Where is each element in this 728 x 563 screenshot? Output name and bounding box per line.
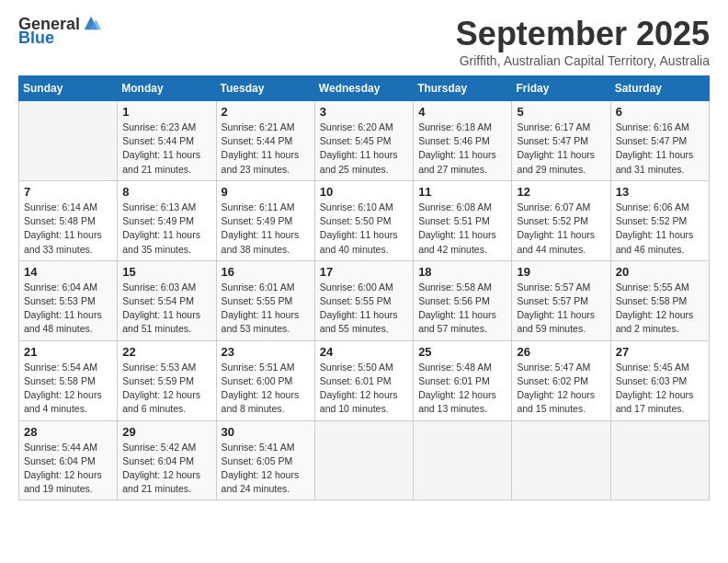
- calendar-cell: 1Sunrise: 6:23 AMSunset: 5:44 PMDaylight…: [118, 101, 216, 181]
- day-info: Sunrise: 5:51 AMSunset: 6:00 PMDaylight:…: [222, 361, 310, 417]
- calendar-week-row: 1Sunrise: 6:23 AMSunset: 5:44 PMDaylight…: [19, 101, 710, 181]
- calendar-cell: 7Sunrise: 6:14 AMSunset: 5:48 PMDaylight…: [19, 180, 118, 260]
- day-info: Sunrise: 6:10 AMSunset: 5:50 PMDaylight:…: [320, 201, 408, 257]
- day-info: Sunrise: 5:54 AMSunset: 5:58 PMDaylight:…: [24, 361, 112, 417]
- calendar-day-header: Wednesday: [314, 76, 413, 101]
- calendar-week-row: 14Sunrise: 6:04 AMSunset: 5:53 PMDayligh…: [19, 260, 710, 340]
- day-number: 16: [222, 265, 310, 279]
- day-number: 17: [320, 265, 408, 279]
- calendar-cell: 21Sunrise: 5:54 AMSunset: 5:58 PMDayligh…: [19, 340, 118, 420]
- day-number: 1: [122, 105, 210, 119]
- day-info: Sunrise: 6:00 AMSunset: 5:55 PMDaylight:…: [320, 281, 408, 337]
- calendar-cell: 9Sunrise: 6:11 AMSunset: 5:49 PMDaylight…: [216, 180, 314, 260]
- day-info: Sunrise: 5:48 AMSunset: 6:01 PMDaylight:…: [418, 361, 506, 417]
- day-number: 28: [24, 425, 112, 439]
- day-number: 13: [616, 185, 704, 199]
- day-number: 12: [517, 185, 605, 199]
- day-info: Sunrise: 6:06 AMSunset: 5:52 PMDaylight:…: [616, 201, 704, 257]
- day-info: Sunrise: 6:21 AMSunset: 5:44 PMDaylight:…: [222, 121, 310, 177]
- day-number: 27: [616, 345, 704, 359]
- calendar-cell: 14Sunrise: 6:04 AMSunset: 5:53 PMDayligh…: [19, 260, 118, 340]
- day-number: 8: [122, 185, 210, 199]
- day-info: Sunrise: 6:16 AMSunset: 5:47 PMDaylight:…: [616, 121, 704, 177]
- calendar-header-row: SundayMondayTuesdayWednesdayThursdayFrid…: [19, 76, 710, 101]
- day-info: Sunrise: 6:18 AMSunset: 5:46 PMDaylight:…: [418, 121, 506, 177]
- day-info: Sunrise: 5:57 AMSunset: 5:57 PMDaylight:…: [517, 281, 605, 337]
- calendar-cell: 2Sunrise: 6:21 AMSunset: 5:44 PMDaylight…: [216, 101, 314, 181]
- day-number: 9: [222, 185, 310, 199]
- calendar-cell: 16Sunrise: 6:01 AMSunset: 5:55 PMDayligh…: [216, 260, 314, 340]
- day-info: Sunrise: 6:11 AMSunset: 5:49 PMDaylight:…: [222, 201, 310, 257]
- calendar-cell: 29Sunrise: 5:42 AMSunset: 6:04 PMDayligh…: [118, 420, 216, 500]
- day-number: 30: [222, 425, 310, 439]
- calendar-cell: 15Sunrise: 6:03 AMSunset: 5:54 PMDayligh…: [118, 260, 216, 340]
- calendar-cell: 12Sunrise: 6:07 AMSunset: 5:52 PMDayligh…: [512, 180, 610, 260]
- day-number: 24: [320, 345, 408, 359]
- day-number: 25: [418, 345, 506, 359]
- day-number: 11: [418, 185, 506, 199]
- day-info: Sunrise: 6:01 AMSunset: 5:55 PMDaylight:…: [222, 281, 310, 337]
- calendar-week-row: 7Sunrise: 6:14 AMSunset: 5:48 PMDaylight…: [19, 180, 710, 260]
- calendar-day-header: Saturday: [610, 76, 709, 101]
- calendar-cell: 24Sunrise: 5:50 AMSunset: 6:01 PMDayligh…: [314, 340, 413, 420]
- calendar-day-header: Monday: [118, 76, 216, 101]
- day-info: Sunrise: 5:50 AMSunset: 6:01 PMDaylight:…: [320, 361, 408, 417]
- calendar-day-header: Thursday: [414, 76, 512, 101]
- day-info: Sunrise: 5:53 AMSunset: 5:59 PMDaylight:…: [122, 361, 210, 417]
- day-number: 22: [122, 345, 210, 359]
- day-number: 3: [320, 105, 408, 119]
- day-number: 20: [616, 265, 704, 279]
- calendar-cell: 11Sunrise: 6:08 AMSunset: 5:51 PMDayligh…: [414, 180, 512, 260]
- calendar-cell: 26Sunrise: 5:47 AMSunset: 6:02 PMDayligh…: [512, 340, 610, 420]
- calendar-week-row: 21Sunrise: 5:54 AMSunset: 5:58 PMDayligh…: [19, 340, 710, 420]
- day-info: Sunrise: 6:20 AMSunset: 5:45 PMDaylight:…: [320, 121, 408, 177]
- calendar-cell: 27Sunrise: 5:45 AMSunset: 6:03 PMDayligh…: [610, 340, 709, 420]
- calendar-cell: 3Sunrise: 6:20 AMSunset: 5:45 PMDaylight…: [314, 101, 413, 181]
- day-info: Sunrise: 6:23 AMSunset: 5:44 PMDaylight:…: [122, 121, 210, 177]
- page-header: General Blue September 2025 Griffith, Au…: [18, 15, 710, 68]
- day-info: Sunrise: 6:17 AMSunset: 5:47 PMDaylight:…: [517, 121, 605, 177]
- calendar-cell: 5Sunrise: 6:17 AMSunset: 5:47 PMDaylight…: [512, 101, 610, 181]
- calendar-table: SundayMondayTuesdayWednesdayThursdayFrid…: [18, 75, 710, 500]
- day-number: 10: [320, 185, 408, 199]
- calendar-day-header: Tuesday: [216, 76, 314, 101]
- day-number: 6: [616, 105, 704, 119]
- day-info: Sunrise: 5:42 AMSunset: 6:04 PMDaylight:…: [122, 441, 210, 497]
- calendar-day-header: Friday: [512, 76, 610, 101]
- calendar-location: Griffith, Australian Capital Territory, …: [456, 53, 710, 68]
- day-number: 7: [24, 185, 112, 199]
- calendar-cell: 17Sunrise: 6:00 AMSunset: 5:55 PMDayligh…: [314, 260, 413, 340]
- day-number: 14: [24, 265, 112, 279]
- calendar-cell: 4Sunrise: 6:18 AMSunset: 5:46 PMDaylight…: [414, 101, 512, 181]
- day-info: Sunrise: 5:45 AMSunset: 6:03 PMDaylight:…: [616, 361, 704, 417]
- calendar-cell: 25Sunrise: 5:48 AMSunset: 6:01 PMDayligh…: [414, 340, 512, 420]
- logo: General Blue: [18, 15, 101, 48]
- day-number: 4: [418, 105, 506, 119]
- calendar-cell: 30Sunrise: 5:41 AMSunset: 6:05 PMDayligh…: [216, 420, 314, 500]
- calendar-title: September 2025: [456, 15, 710, 53]
- day-info: Sunrise: 5:55 AMSunset: 5:58 PMDaylight:…: [616, 281, 704, 337]
- calendar-cell: 28Sunrise: 5:44 AMSunset: 6:04 PMDayligh…: [19, 420, 118, 500]
- day-info: Sunrise: 5:47 AMSunset: 6:02 PMDaylight:…: [517, 361, 605, 417]
- calendar-week-row: 28Sunrise: 5:44 AMSunset: 6:04 PMDayligh…: [19, 420, 710, 500]
- calendar-cell: 6Sunrise: 6:16 AMSunset: 5:47 PMDaylight…: [610, 101, 709, 181]
- calendar-cell: [314, 420, 413, 500]
- day-info: Sunrise: 6:08 AMSunset: 5:51 PMDaylight:…: [418, 201, 506, 257]
- day-number: 26: [517, 345, 605, 359]
- calendar-cell: 23Sunrise: 5:51 AMSunset: 6:00 PMDayligh…: [216, 340, 314, 420]
- day-info: Sunrise: 5:41 AMSunset: 6:05 PMDaylight:…: [222, 441, 310, 497]
- calendar-cell: 22Sunrise: 5:53 AMSunset: 5:59 PMDayligh…: [118, 340, 216, 420]
- logo-icon: [81, 13, 101, 33]
- day-info: Sunrise: 6:03 AMSunset: 5:54 PMDaylight:…: [122, 281, 210, 337]
- calendar-cell: 19Sunrise: 5:57 AMSunset: 5:57 PMDayligh…: [512, 260, 610, 340]
- title-block: September 2025 Griffith, Australian Capi…: [456, 15, 710, 68]
- day-number: 19: [517, 265, 605, 279]
- calendar-cell: [512, 420, 610, 500]
- calendar-cell: 10Sunrise: 6:10 AMSunset: 5:50 PMDayligh…: [314, 180, 413, 260]
- calendar-cell: 18Sunrise: 5:58 AMSunset: 5:56 PMDayligh…: [414, 260, 512, 340]
- calendar-cell: [610, 420, 709, 500]
- day-info: Sunrise: 6:07 AMSunset: 5:52 PMDaylight:…: [517, 201, 605, 257]
- day-info: Sunrise: 5:44 AMSunset: 6:04 PMDaylight:…: [24, 441, 112, 497]
- day-number: 23: [222, 345, 310, 359]
- day-number: 21: [24, 345, 112, 359]
